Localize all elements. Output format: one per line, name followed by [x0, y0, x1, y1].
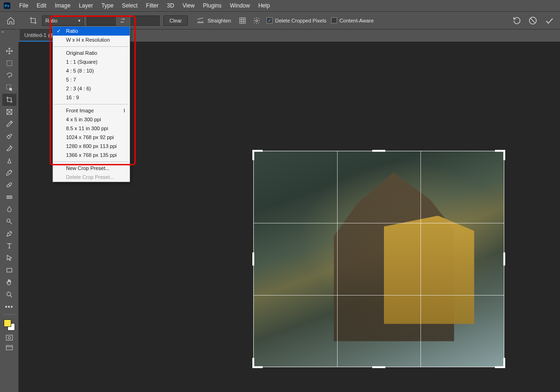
rectangle-tool[interactable]: [2, 264, 16, 276]
brush-tool[interactable]: [2, 142, 16, 155]
svg-point-8: [7, 219, 10, 222]
dropdown-item-new-preset[interactable]: New Crop Preset...: [53, 164, 130, 173]
straighten-icon[interactable]: [195, 15, 206, 26]
crop-handle-left[interactable]: [252, 252, 254, 266]
dropdown-item-4-5[interactable]: 4 : 5 (8 : 10): [53, 67, 130, 75]
menu-edit[interactable]: Edit: [32, 2, 51, 9]
crop-tool[interactable]: [2, 94, 16, 106]
aspect-ratio-select[interactable]: Ratio ▾: [42, 15, 84, 26]
crop-handle-bl[interactable]: [253, 357, 264, 367]
menu-type[interactable]: Type: [97, 2, 118, 9]
crop-border: [253, 151, 504, 367]
reset-crop-button[interactable]: [512, 16, 522, 25]
gradient-tool[interactable]: [2, 191, 16, 203]
dropdown-item-1024x768[interactable]: 1024 x 768 px 92 ppi: [53, 133, 130, 142]
dropdown-item-2-3[interactable]: 2 : 3 (4 : 6): [53, 84, 130, 93]
dropdown-separator: [54, 162, 129, 162]
svg-rect-9: [7, 268, 12, 272]
dropdown-item-5-7[interactable]: 5 : 7: [53, 75, 130, 84]
delete-cropped-checkbox-wrap[interactable]: Delete Cropped Pixels: [266, 17, 326, 23]
crop-options-gear-icon[interactable]: [251, 15, 262, 26]
hand-tool[interactable]: [2, 276, 16, 288]
dropdown-item-1366x768[interactable]: 1366 x 768 px 135 ppi: [53, 151, 130, 160]
overlay-grid-icon[interactable]: [237, 15, 248, 26]
content-aware-label: Content-Aware: [339, 18, 374, 23]
move-tool[interactable]: [2, 45, 16, 57]
dropdown-item-16-9[interactable]: 16 : 9: [53, 93, 130, 102]
home-button[interactable]: [4, 14, 18, 28]
menu-plugins[interactable]: Plugins: [199, 2, 226, 9]
crop-width-input[interactable]: [87, 15, 116, 26]
clear-button[interactable]: Clear: [163, 15, 188, 26]
menu-window[interactable]: Window: [226, 2, 254, 9]
menu-select[interactable]: Select: [118, 2, 141, 9]
crop-handle-tr[interactable]: [494, 151, 504, 161]
dropdown-item-wxh[interactable]: W x H x Resolution: [53, 36, 130, 44]
object-selection-tool[interactable]: [2, 81, 16, 94]
aspect-ratio-dropdown: Ratio W x H x Resolution Original Ratio …: [52, 26, 130, 182]
color-swatches[interactable]: [2, 318, 16, 332]
cancel-crop-button[interactable]: [528, 16, 538, 25]
menu-image[interactable]: Image: [51, 2, 74, 9]
delete-cropped-checkbox[interactable]: [266, 17, 273, 23]
crop-handle-br[interactable]: [494, 357, 504, 367]
expand-panels-toggle[interactable]: »: [0, 28, 6, 36]
menu-file[interactable]: File: [15, 2, 32, 9]
content-aware-checkbox-wrap[interactable]: Content-Aware: [331, 17, 374, 23]
blur-tool[interactable]: [2, 203, 16, 215]
screen-mode-button[interactable]: [3, 343, 16, 353]
menu-help[interactable]: Help: [254, 2, 274, 9]
swap-dimensions-button[interactable]: [118, 15, 128, 26]
dropdown-shortcut: I: [124, 107, 125, 114]
type-tool[interactable]: [2, 240, 16, 252]
crop-handle-right[interactable]: [503, 252, 505, 266]
path-selection-tool[interactable]: [2, 252, 16, 264]
chevron-down-icon: ▾: [78, 18, 81, 23]
eraser-tool[interactable]: [2, 179, 16, 191]
svg-rect-11: [6, 335, 12, 340]
crop-region[interactable]: [253, 151, 504, 367]
dropdown-item-1-1[interactable]: 1 : 1 (Square): [53, 58, 130, 67]
aspect-ratio-label: Ratio: [45, 18, 58, 23]
svg-rect-0: [240, 18, 245, 23]
menu-layer[interactable]: Layer: [74, 2, 97, 9]
dropdown-item-4x5in[interactable]: 4 x 5 in 300 ppi: [53, 115, 130, 124]
crop-handle-bottom[interactable]: [372, 366, 385, 368]
healing-brush-tool[interactable]: [2, 130, 16, 142]
menu-3d[interactable]: 3D: [162, 2, 178, 9]
delete-cropped-label: Delete Cropped Pixels: [275, 18, 326, 23]
history-brush-tool[interactable]: [2, 167, 16, 179]
marquee-tool[interactable]: [2, 57, 16, 69]
menu-bar: Ps File Edit Image Layer Type Select Fil…: [0, 0, 560, 12]
foreground-color-swatch[interactable]: [4, 319, 11, 327]
lasso-tool[interactable]: [2, 69, 16, 81]
grid-line: [337, 151, 338, 367]
dropdown-item-label: Front Image: [66, 108, 94, 113]
tools-panel: •••: [0, 43, 19, 392]
frame-tool[interactable]: [2, 106, 16, 118]
clone-stamp-tool[interactable]: [2, 155, 16, 167]
dropdown-item-1280x800[interactable]: 1280 x 800 px 113 ppi: [53, 142, 130, 151]
crop-height-input[interactable]: [131, 15, 160, 26]
pen-tool[interactable]: [2, 228, 16, 240]
crop-handle-top[interactable]: [372, 150, 385, 152]
eyedropper-tool[interactable]: [2, 118, 16, 130]
crop-tool-icon[interactable]: [26, 14, 40, 28]
content-aware-checkbox[interactable]: [331, 17, 337, 23]
edit-toolbar-button[interactable]: •••: [2, 301, 16, 313]
commit-crop-button[interactable]: [544, 15, 554, 26]
zoom-tool[interactable]: [2, 288, 16, 301]
menu-filter[interactable]: Filter: [142, 2, 163, 9]
dropdown-item-original[interactable]: Original Ratio: [53, 49, 130, 58]
straighten-label: Straighten: [207, 18, 231, 23]
crop-handle-tl[interactable]: [253, 151, 264, 161]
quick-mask-button[interactable]: [3, 333, 16, 342]
dropdown-item-front-image[interactable]: Front Image I: [53, 106, 130, 115]
dropdown-item-ratio[interactable]: Ratio: [53, 27, 130, 36]
app-logo: Ps: [4, 2, 10, 9]
menu-view[interactable]: View: [178, 2, 199, 9]
dropdown-item-8p5x11in[interactable]: 8.5 x 11 in 300 ppi: [53, 124, 130, 133]
commit-controls: [512, 15, 554, 26]
dodge-tool[interactable]: [2, 215, 16, 228]
svg-rect-13: [6, 346, 12, 350]
